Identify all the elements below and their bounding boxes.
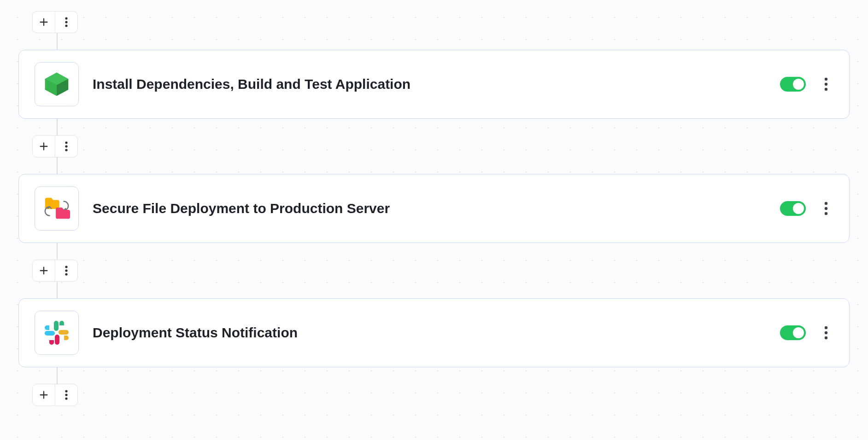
svg-point-35 — [65, 394, 67, 396]
file-transfer-icon — [42, 196, 71, 221]
step-title: Secure File Deployment to Production Ser… — [93, 201, 766, 216]
svg-rect-22 — [59, 330, 69, 335]
step-menu-button[interactable] — [819, 75, 833, 93]
add-step-button[interactable] — [33, 136, 55, 157]
step-title: Install Dependencies, Build and Test App… — [93, 76, 766, 92]
nodejs-cube-icon — [42, 70, 71, 98]
kebab-icon — [65, 17, 68, 27]
step-chip-menu-button[interactable] — [55, 12, 77, 33]
step-icon-container — [35, 311, 79, 355]
add-step-chip — [32, 260, 78, 282]
svg-point-10 — [65, 141, 67, 144]
kebab-icon — [824, 77, 828, 91]
step-actions — [780, 199, 833, 218]
svg-point-18 — [65, 273, 67, 275]
step-enabled-toggle[interactable] — [780, 201, 806, 216]
add-step-button[interactable] — [33, 12, 55, 33]
svg-point-32 — [825, 331, 827, 334]
svg-point-1 — [65, 21, 67, 23]
kebab-icon — [65, 266, 68, 276]
step-chip-menu-button[interactable] — [55, 260, 77, 281]
pipeline-step-card[interactable]: Deployment Status Notification — [18, 298, 850, 367]
step-chip-menu-button[interactable] — [55, 384, 77, 405]
svg-point-14 — [825, 207, 827, 210]
svg-point-2 — [65, 24, 67, 27]
step-chip-menu-button[interactable] — [55, 136, 77, 157]
kebab-icon — [824, 202, 828, 215]
step-icon-container — [35, 186, 79, 231]
svg-point-8 — [825, 83, 827, 86]
svg-point-15 — [825, 212, 827, 215]
svg-point-7 — [825, 78, 827, 81]
svg-rect-21 — [59, 323, 64, 325]
add-step-chip — [32, 384, 78, 406]
step-menu-button[interactable] — [819, 324, 833, 342]
svg-point-36 — [65, 397, 67, 399]
svg-rect-25 — [55, 335, 59, 345]
svg-point-11 — [65, 145, 67, 147]
plus-icon — [39, 266, 49, 276]
step-title: Deployment Status Notification — [93, 325, 766, 341]
svg-point-33 — [825, 336, 827, 339]
slack-icon — [42, 318, 71, 347]
step-actions — [780, 75, 833, 93]
svg-point-9 — [825, 88, 827, 91]
svg-rect-28 — [45, 331, 55, 336]
svg-point-12 — [65, 149, 67, 151]
svg-rect-19 — [54, 321, 59, 331]
step-enabled-toggle[interactable] — [780, 77, 806, 92]
add-step-chip — [32, 11, 78, 33]
svg-point-0 — [65, 17, 67, 19]
step-actions — [780, 324, 833, 342]
add-step-chip — [32, 135, 78, 157]
step-enabled-toggle[interactable] — [780, 325, 806, 340]
add-step-button[interactable] — [33, 260, 55, 281]
svg-rect-24 — [64, 336, 66, 340]
svg-rect-30 — [47, 325, 49, 330]
pipeline-step-card[interactable]: Install Dependencies, Build and Test App… — [18, 50, 850, 119]
step-menu-button[interactable] — [819, 199, 833, 218]
kebab-icon — [824, 326, 828, 340]
svg-point-13 — [825, 202, 827, 205]
plus-icon — [39, 17, 49, 27]
plus-icon — [39, 141, 49, 151]
add-step-button[interactable] — [33, 384, 55, 405]
svg-point-17 — [65, 269, 67, 272]
svg-rect-27 — [49, 340, 54, 342]
svg-point-16 — [65, 266, 67, 268]
plus-icon — [39, 390, 49, 400]
step-icon-container — [35, 62, 79, 106]
svg-point-31 — [825, 326, 827, 329]
svg-point-34 — [65, 390, 67, 392]
pipeline-step-card[interactable]: Secure File Deployment to Production Ser… — [18, 174, 850, 243]
kebab-icon — [65, 141, 68, 151]
kebab-icon — [65, 390, 68, 400]
